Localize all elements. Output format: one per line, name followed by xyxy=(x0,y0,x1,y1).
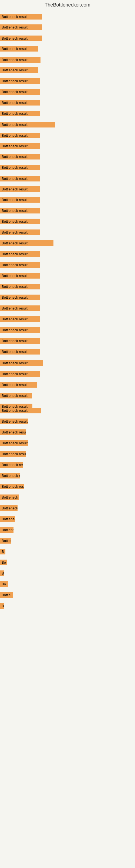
bottleneck-bar: B xyxy=(0,570,4,576)
bottleneck-bar: B xyxy=(0,549,5,554)
bottleneck-bar: Bottleneck result xyxy=(0,262,40,268)
bottleneck-bar: Bottleneck result xyxy=(0,35,42,41)
bottleneck-bar: Bottleneck result xyxy=(0,78,40,84)
bottleneck-bar: Bottle xyxy=(0,592,13,598)
bottleneck-bar: Bottleneck result xyxy=(0,251,40,257)
bottleneck-bar: B xyxy=(0,603,4,609)
bottleneck-bar: Bottleneck result xyxy=(0,418,28,424)
bottleneck-bar: Bottleneck result xyxy=(0,229,40,235)
bottleneck-bar: Bottleneck result xyxy=(0,393,32,399)
site-title: TheBottlenecker.com xyxy=(0,0,135,9)
bottleneck-bar: Bottleneck result xyxy=(0,462,23,468)
bottleneck-bar: Bottleneck result xyxy=(0,305,40,311)
bottleneck-bar: Bottleneck result xyxy=(0,360,43,366)
bottleneck-bar: Bottleneck result xyxy=(0,240,53,246)
bottleneck-bar: Bottleneck result xyxy=(0,67,38,73)
bottleneck-bar: Bottleneck result xyxy=(0,197,40,203)
bottleneck-bar: Bottleneck result xyxy=(0,186,40,192)
bottleneck-bar: Bottleneck result xyxy=(0,133,40,138)
bottleneck-bar: Bottleneck result xyxy=(0,429,26,435)
bottleneck-bar: Bo xyxy=(0,560,7,565)
bottleneck-bar: Bottleneck result xyxy=(0,408,41,413)
bottleneck-bar: Bottleneck result xyxy=(0,495,19,500)
bottleneck-bar: Bottleneck result xyxy=(0,208,40,214)
bottleneck-bar: Bottleneck result xyxy=(0,327,40,333)
bottleneck-bar: Bottleneck result xyxy=(0,516,15,522)
bottleneck-bar: Bottleneck result xyxy=(0,24,42,30)
bottleneck-bar: Bottleneck result xyxy=(0,143,40,149)
bottleneck-bar: Bottleneck result xyxy=(0,46,38,52)
bottleneck-bar: Bottleneck result xyxy=(0,100,40,105)
bottleneck-bar: Bottleneck result xyxy=(0,338,40,344)
bottleneck-bar: Bottleneck result xyxy=(0,527,13,533)
bottleneck-bar: Bo xyxy=(0,581,8,587)
bottleneck-bar: Bottleneck result xyxy=(0,316,40,322)
bottleneck-bar: Bottleneck result xyxy=(0,176,40,182)
bottleneck-bar: Bottleneck result xyxy=(0,122,55,127)
bottleneck-bar: Bottleneck result xyxy=(0,284,40,289)
bottleneck-bar: Bottleneck result xyxy=(0,111,40,116)
bottleneck-bar: Bottleneck result xyxy=(0,371,40,377)
bottleneck-bar: Bottleneck result xyxy=(0,154,40,159)
bottleneck-bar: Bottleneck result xyxy=(0,382,37,388)
bottleneck-bar: Bottleneck result xyxy=(0,273,40,279)
chart-area: Bottleneck resultBottleneck resultBottle… xyxy=(0,9,135,868)
bottleneck-bar: Bottleneck result xyxy=(0,219,40,224)
bottleneck-bar: Bottleneck result xyxy=(0,89,40,95)
bottleneck-bar: Bottleneck result xyxy=(0,165,40,170)
bottleneck-bar: Bottleneck result xyxy=(0,451,26,457)
bottleneck-bar: Bottleneck result xyxy=(0,57,41,63)
bottleneck-bar: Bottleneck result xyxy=(0,440,28,446)
bottleneck-bar: Bottleneck result xyxy=(0,484,24,489)
bottleneck-bar: Bottleneck result xyxy=(0,14,42,20)
bottleneck-bar: Bottleneck result xyxy=(0,349,40,354)
bottleneck-bar: Bottleneck result xyxy=(0,473,20,478)
bottleneck-bar: Bottleneck result xyxy=(0,538,11,544)
bottleneck-bar: Bottleneck result xyxy=(0,505,17,511)
bottleneck-bar: Bottleneck result xyxy=(0,294,40,300)
